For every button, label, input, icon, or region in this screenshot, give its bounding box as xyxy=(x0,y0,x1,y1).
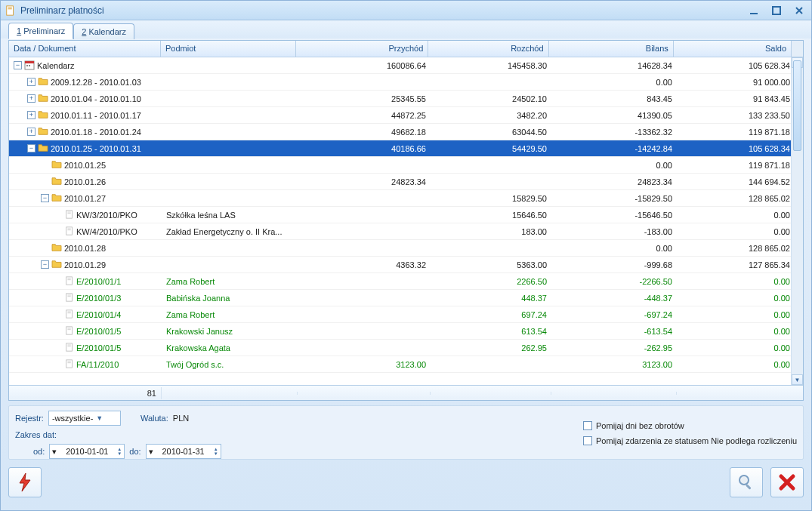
cell-saldo: 119 871.18 xyxy=(677,125,795,139)
cell-podmiot xyxy=(162,130,298,134)
doc-label: E/2010/01/5 xyxy=(76,343,121,352)
do-date-input[interactable]: ▾ 2010-01-31 ▲▼ xyxy=(146,444,221,459)
col-doc[interactable]: Data / Dokument xyxy=(9,41,161,57)
cell-saldo: 0.00 xyxy=(677,275,795,288)
close-red-button[interactable] xyxy=(770,467,804,497)
folder-icon xyxy=(51,243,62,254)
svg-rect-26 xyxy=(67,329,70,330)
cell-saldo: 91 000.00 xyxy=(677,75,795,89)
od-date-input[interactable]: ▾ 2010-01-01 ▲▼ xyxy=(49,444,125,459)
tree-expander[interactable]: − xyxy=(41,194,49,202)
grid-body: −Kalendarz160086.64145458.3014628.34105 … xyxy=(9,57,803,385)
checkbox-icon[interactable] xyxy=(583,421,592,430)
tree-expander[interactable]: + xyxy=(27,128,36,136)
cell-doc: +2009.12.28 - 2010.01.03 xyxy=(9,75,162,90)
cell-rozchod: 448.37 xyxy=(431,291,551,305)
chk-pomijaj-dni[interactable]: Pomijaj dni bez obrotów xyxy=(583,421,684,430)
vertical-scrollbar[interactable]: ▲ ▼ xyxy=(791,57,803,385)
cell-saldo: 105 628.34 xyxy=(677,142,795,155)
tab-preliminarz[interactable]: 1 Preliminarz xyxy=(8,23,73,39)
cell-doc: E/2010/01/4 xyxy=(9,307,162,322)
cell-przychod xyxy=(298,296,431,300)
cell-podmiot xyxy=(162,246,298,251)
table-row[interactable]: +2010.01.18 - 2010.01.2449682.1863044.50… xyxy=(9,124,803,140)
chk-pomijaj-zdarzenia[interactable]: Pomijaj zdarzenia ze statusem Nie podleg… xyxy=(583,436,797,445)
cell-doc: −Kalendarz xyxy=(9,57,162,74)
cell-przychod: 160086.64 xyxy=(298,59,431,72)
doc-label: Kalendarz xyxy=(37,61,75,70)
table-row[interactable]: KW/3/2010/PKOSzkółka leśna LAS15646.50-1… xyxy=(9,207,803,223)
table-row[interactable]: FA/11/2010Twój Ogród s.c.3123.003123.000… xyxy=(9,356,803,373)
tree-expander[interactable]: − xyxy=(27,144,36,152)
cell-rozchod: 54429.50 xyxy=(431,142,551,155)
search-button[interactable] xyxy=(730,467,763,497)
cell-bilans: -262.95 xyxy=(551,341,677,355)
cell-bilans: 14628.34 xyxy=(551,59,677,72)
table-row[interactable]: +2010.01.04 - 2010.01.1025345.5524502.10… xyxy=(9,91,803,107)
table-row[interactable]: −2010.01.294363.325363.00-999.68127 865.… xyxy=(9,257,803,273)
window-title: Preliminarz płatności xyxy=(20,5,104,16)
scroll-down-icon[interactable]: ▼ xyxy=(792,374,803,385)
table-row[interactable]: 2010.01.250.00119 871.18 xyxy=(9,157,803,174)
tree-expander[interactable]: − xyxy=(14,61,22,69)
close-button[interactable] xyxy=(792,5,807,17)
cell-rozchod: 2266.50 xyxy=(431,275,551,288)
lightning-button[interactable] xyxy=(8,467,42,497)
cell-przychod xyxy=(298,279,431,284)
cell-przychod xyxy=(298,246,431,251)
cell-saldo: 0.00 xyxy=(677,225,795,239)
doc-label: E/2010/01/4 xyxy=(76,310,121,319)
table-row[interactable]: −Kalendarz160086.64145458.3014628.34105 … xyxy=(9,57,803,74)
tree-expander[interactable]: + xyxy=(27,111,36,119)
table-row[interactable]: E/2010/01/3Babińska Joanna448.37-448.370… xyxy=(9,290,803,306)
cell-doc: 2010.01.25 xyxy=(9,158,162,173)
folder-icon xyxy=(51,193,62,204)
table-row[interactable]: E/2010/01/4Zama Robert697.24-697.240.00 xyxy=(9,306,803,323)
cell-rozchod: 262.95 xyxy=(431,341,551,355)
scroll-thumb[interactable] xyxy=(793,60,801,151)
cell-bilans: -15829.50 xyxy=(551,192,677,205)
doc-label: 2010.01.28 xyxy=(64,244,106,253)
col-przychod[interactable]: Przychód xyxy=(296,41,428,57)
folder-icon xyxy=(38,94,48,104)
folder-icon xyxy=(51,260,62,270)
table-row[interactable]: +2009.12.28 - 2010.01.030.0091 000.00 xyxy=(9,74,803,91)
table-row[interactable]: 2010.01.2624823.3424823.34144 694.52 xyxy=(9,174,803,190)
spinner-icon[interactable]: ▲▼ xyxy=(214,447,218,456)
spinner-icon[interactable]: ▲▼ xyxy=(117,447,122,456)
col-rozchod[interactable]: Rozchód xyxy=(428,41,548,57)
od-label: od: xyxy=(33,447,45,456)
tree-expander[interactable]: + xyxy=(27,94,36,103)
cell-rozchod xyxy=(431,163,551,168)
tree-expander[interactable]: − xyxy=(41,260,49,269)
cell-doc: E/2010/01/3 xyxy=(9,291,162,306)
cell-bilans: -13362.32 xyxy=(551,125,677,139)
tab-kalendarz[interactable]: 2 Kalendarz xyxy=(73,23,134,39)
svg-rect-1 xyxy=(8,7,12,8)
cell-bilans: -999.68 xyxy=(551,258,677,272)
svg-rect-11 xyxy=(67,213,70,214)
table-row[interactable]: KW/4/2010/PKOZakład Energetyczny o. II K… xyxy=(9,223,803,240)
col-bilans[interactable]: Bilans xyxy=(549,41,674,57)
table-row[interactable]: E/2010/01/5Krakowski Janusz613.54-613.54… xyxy=(9,323,803,340)
cell-podmiot xyxy=(162,113,298,118)
cell-podmiot xyxy=(162,97,298,101)
cal-icon xyxy=(24,60,35,72)
table-row[interactable]: 2010.01.280.00128 865.02 xyxy=(9,240,803,257)
table-row[interactable]: −2010.01.2715829.50-15829.50128 865.02 xyxy=(9,190,803,207)
table-row[interactable]: +2010.01.11 - 2010.01.1744872.253482.204… xyxy=(9,107,803,124)
table-row[interactable]: E/2010/01/1Zama Robert2266.50-2266.500.0… xyxy=(9,273,803,290)
rejestr-combo[interactable]: -wszystkie- ▼ xyxy=(48,411,121,426)
checkbox-icon[interactable] xyxy=(583,436,592,445)
doc-icon xyxy=(65,343,74,353)
svg-rect-16 xyxy=(67,278,70,279)
maximize-button[interactable] xyxy=(769,5,784,17)
col-podmiot[interactable]: Podmiot xyxy=(161,41,296,57)
svg-rect-20 xyxy=(67,296,70,297)
col-saldo[interactable]: Saldo xyxy=(674,41,791,57)
table-row[interactable]: E/2010/01/5Krakowska Agata262.95-262.950… xyxy=(9,340,803,356)
svg-rect-30 xyxy=(66,359,73,367)
minimize-button[interactable] xyxy=(746,5,761,17)
tree-expander[interactable]: + xyxy=(27,78,36,86)
table-row[interactable]: −2010.01.25 - 2010.01.3140186.6654429.50… xyxy=(9,140,803,157)
